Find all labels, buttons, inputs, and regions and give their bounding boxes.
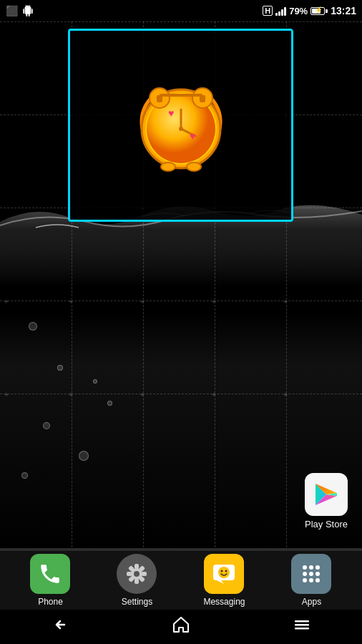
svg-rect-42 [295,628,309,630]
settings-icon [117,554,157,594]
app-dock: Phone [0,551,362,610]
dock-item-apps[interactable]: Apps [291,554,331,607]
messaging-label: Messaging [203,597,245,607]
alarm-clock-icon: ♥ ♥ [70,31,291,220]
android-icon [22,5,34,16]
svg-marker-27 [217,580,224,584]
svg-point-34 [303,572,307,576]
svg-point-32 [309,565,313,570]
status-left-icons: ⬛ [6,5,34,16]
phone-icon [30,554,70,594]
battery-icon: ⚡ [310,7,328,15]
dock-item-messaging[interactable]: Messaging [203,554,245,607]
svg-point-30 [225,570,228,572]
play-store-app[interactable]: Play Store [305,473,348,530]
play-store-logo [312,480,341,509]
svg-point-38 [309,578,313,582]
svg-rect-41 [295,624,309,626]
bubble-2 [57,365,63,371]
signal-bars [275,6,286,16]
bubble-3 [93,379,97,384]
svg-rect-21 [142,572,147,576]
svg-rect-7 [160,94,202,97]
svg-point-17 [134,571,140,577]
home-button[interactable] [165,609,197,644]
svg-point-39 [315,578,320,582]
bubble-7 [21,472,28,479]
bubble-5 [79,451,89,461]
alarm-clock-svg: ♥ ♥ [109,54,253,197]
dock-item-settings[interactable]: Settings [117,554,157,607]
wallpaper: + + + + + + + + + + + + + + + + + + [0,21,362,551]
settings-label: Settings [122,597,152,607]
svg-point-31 [303,565,307,570]
dock-item-phone[interactable]: Phone [30,554,70,607]
svg-point-28 [218,567,230,578]
back-button[interactable] [44,609,76,644]
svg-rect-18 [134,564,139,569]
play-store-label: Play Store [305,519,348,530]
network-type: H [263,6,273,16]
svg-point-36 [315,572,320,576]
apps-icon [291,554,331,594]
navigation-bar [0,610,362,644]
svg-text:♥: ♥ [168,107,174,119]
messaging-icon [204,554,244,594]
svg-point-29 [221,570,223,572]
clock: 13:21 [331,5,356,16]
svg-rect-40 [295,620,309,623]
status-right-info: H 79% ⚡ 13:21 [263,5,356,16]
play-store-icon [305,473,348,516]
status-bar: ⬛ H 79% ⚡ 13:21 [0,0,362,21]
bubble-4 [43,422,50,429]
usb-icon: ⬛ [6,5,18,16]
bubble-1 [29,322,37,331]
svg-text:♥: ♥ [190,130,195,142]
svg-point-37 [303,578,307,582]
svg-point-11 [161,162,175,171]
svg-point-35 [309,572,313,576]
phone-label: Phone [38,597,63,607]
svg-rect-19 [134,579,139,584]
svg-rect-20 [127,572,132,576]
battery-percent: 79% [289,6,308,16]
bubble-6 [107,401,112,406]
svg-point-12 [187,162,201,171]
svg-point-33 [315,565,320,570]
alarm-clock-widget[interactable]: ♥ ♥ [68,29,293,222]
menu-button[interactable] [286,609,318,644]
apps-label: Apps [302,597,321,607]
